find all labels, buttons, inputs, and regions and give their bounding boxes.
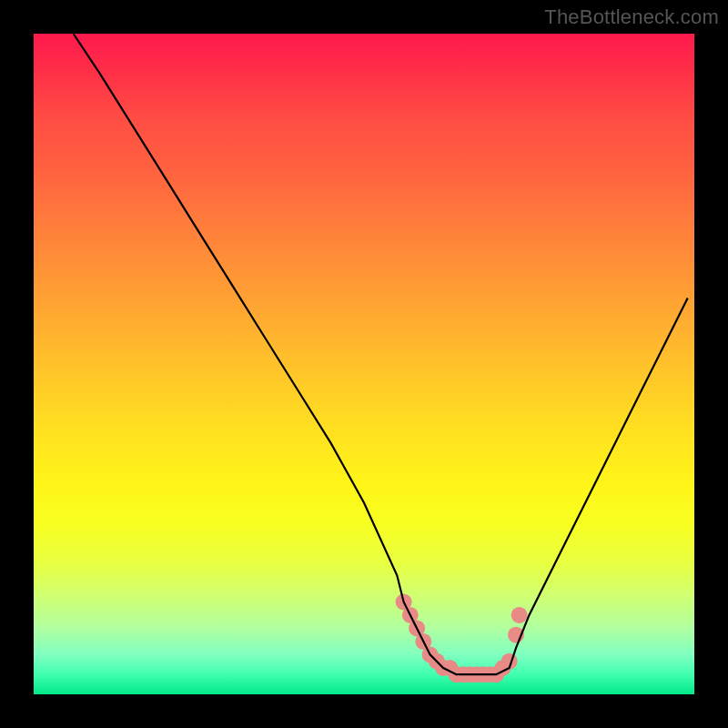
marker-dot: [511, 607, 528, 623]
chart-curve: [74, 34, 688, 674]
watermark-text: TheBottleneck.com: [544, 5, 719, 29]
chart-area: [34, 34, 694, 694]
chart-svg: [34, 34, 694, 694]
